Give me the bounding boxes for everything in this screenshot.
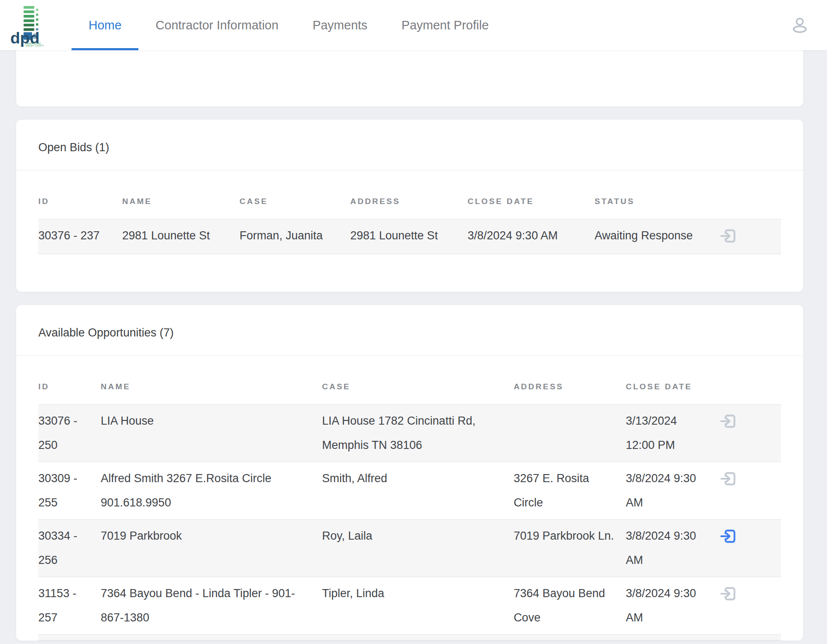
opportunity-case: Tipler, Linda [322,577,514,635]
opportunity-case: Smith, Alfred [322,462,514,520]
col-header-name: NAME [122,197,240,219]
open-bids-table: ID NAME CASE ADDRESS CLOSE DATE STATUS 3… [38,197,781,254]
bid-id: 30376 - 237 [38,219,122,254]
opportunity-name: 7019 Parkbrook [101,520,322,577]
col-header-address: ADDRESS [350,197,468,219]
open-bid-button[interactable] [718,226,738,246]
open-bids-title: Open Bids (1) [38,141,781,154]
nav-tab-payment-profile[interactable]: Payment Profile [385,0,506,50]
col-header-id: ID [38,197,122,219]
page-content: Open Bids (1) ID NAME CASE ADDRESS CLOSE… [16,50,803,641]
table-row [38,635,781,641]
col-header-name: NAME [101,382,322,405]
enter-arrow-icon [719,584,738,603]
opportunity-close-date: 3/8/2024 9:30 AM [626,577,718,635]
table-row: 33076 - 250 LIA House LIA House 1782 Cin… [38,405,781,462]
col-header-status: STATUS [594,197,718,219]
opportunity-name: 7364 Bayou Bend - Linda Tipler - 901-867… [101,577,322,635]
user-icon [789,14,810,36]
available-opportunities-title: Available Opportunities (7) [38,326,781,339]
dpd-logo-graphic: dpd MEMPHIS AND SHELBY COUNTY [10,4,49,47]
enter-arrow-icon [719,469,738,488]
available-opportunities-card: Available Opportunities (7) ID NAME CASE… [16,305,803,641]
col-header-close-date: CLOSE DATE [626,382,718,405]
open-bids-header-row: ID NAME CASE ADDRESS CLOSE DATE STATUS [38,197,781,219]
opportunity-id: 33076 - 250 [38,405,101,462]
opportunity-id: 30334 - 256 [38,520,101,577]
bid-name: 2981 Lounette St [122,219,240,254]
enter-arrow-icon [719,227,738,245]
status-badge: Awaiting Response [594,219,718,254]
opportunity-id: 31153 - 257 [38,577,101,635]
top-navbar: dpd MEMPHIS AND SHELBY COUNTY Home Contr… [0,0,827,50]
opportunity-close-date: 3/8/2024 9:30 AM [626,520,718,577]
col-header-address: ADDRESS [514,382,626,405]
opportunity-address: 7019 Parkbrook Ln. [514,520,626,577]
open-opportunity-button[interactable] [718,584,738,604]
table-row: 30309 - 255 Alfred Smith 3267 E.Rosita C… [38,462,781,520]
enter-arrow-icon [719,412,738,431]
opportunity-address [514,405,626,462]
nav-tab-payments[interactable]: Payments [296,0,385,50]
bid-close-date: 3/8/2024 9:30 AM [468,219,594,254]
opportunity-address: 3267 E. Rosita Circle [514,462,626,520]
opportunity-address: 7364 Bayou Bend Cove [514,577,626,635]
table-row: 30376 - 237 2981 Lounette St Forman, Jua… [38,219,781,254]
main-nav: Home Contractor Information Payments Pay… [72,0,506,50]
opportunity-id: 30309 - 255 [38,462,101,520]
table-row: 31153 - 257 7364 Bayou Bend - Linda Tipl… [38,577,781,635]
opportunity-name: Alfred Smith 3267 E.Rosita Circle 901.61… [101,462,322,520]
col-header-case: CASE [240,197,350,219]
opportunity-close-date: 3/13/2024 12:00 PM [626,405,718,462]
bid-address: 2981 Lounette St [350,219,468,254]
open-opportunity-button[interactable] [718,411,738,431]
table-row: 30334 - 256 7019 Parkbrook Roy, Laila 70… [38,520,781,577]
open-opportunity-button[interactable] [718,469,738,489]
nav-tab-contractor-information[interactable]: Contractor Information [138,0,296,50]
opportunity-name: LIA House [101,405,322,462]
col-header-id: ID [38,382,101,405]
scrolled-card-remainder [16,50,803,106]
opportunity-close-date: 3/8/2024 9:30 AM [626,462,718,520]
available-opportunities-table: ID NAME CASE ADDRESS CLOSE DATE 33076 - … [38,382,781,641]
user-account-button[interactable] [789,14,811,36]
opportunity-case: Roy, Laila [322,520,514,577]
col-header-close-date: CLOSE DATE [468,197,594,219]
nav-tab-home[interactable]: Home [72,0,138,50]
col-header-actions [718,197,781,219]
dpd-logo: dpd MEMPHIS AND SHELBY COUNTY [10,2,51,49]
col-header-actions [718,382,781,405]
bid-case: Forman, Juanita [240,219,350,254]
svg-text:SHELBY COUNTY: SHELBY COUNTY [26,44,44,47]
opportunities-header-row: ID NAME CASE ADDRESS CLOSE DATE [38,382,781,405]
open-bids-card: Open Bids (1) ID NAME CASE ADDRESS CLOSE… [16,120,803,292]
col-header-case: CASE [322,382,514,405]
opportunity-case: LIA House 1782 Cincinatti Rd, Memphis TN… [322,405,514,462]
open-opportunity-button[interactable] [718,526,738,546]
enter-arrow-icon [719,527,738,546]
